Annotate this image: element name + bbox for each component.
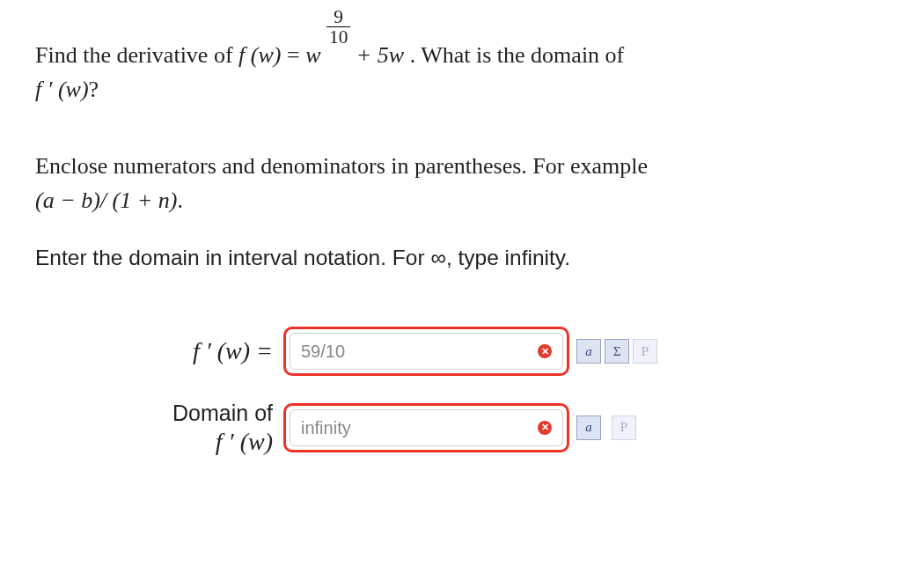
domain-value: infinity [301,415,351,441]
clear-icon[interactable]: ✕ [538,421,552,435]
q-plus5w: + 5w [356,42,404,68]
exp-numerator: 9 [326,7,350,27]
q-eq: = [287,42,305,68]
q-w: w [305,42,320,68]
page-icon[interactable]: P [633,339,657,364]
instr1-text: Enclose numerators and denominators in p… [35,153,648,179]
preview-icon[interactable]: a [576,339,601,364]
derivative-input-wrap: 59/10 ✕ [283,327,569,376]
derivative-value: 59/10 [301,338,345,364]
preview-icon[interactable]: a [576,416,601,440]
exp-denominator: 10 [326,27,350,47]
derivative-helpers: a Σ P [576,339,657,364]
q-text-2: . What is the domain of [410,42,625,68]
instruction-interval: Enter the domain in interval notation. F… [35,242,915,275]
domain-label-top: Domain of [172,401,273,425]
domain-input[interactable]: infinity ✕ [290,409,563,446]
domain-label-math: f ′ (w) [216,428,273,455]
question-text: Find the derivative of f (w) = w 9 10 + … [35,7,915,107]
domain-label: Domain of f ′ (w) [114,399,283,455]
page-icon[interactable]: P [612,416,636,440]
domain-helpers: a P [576,416,636,440]
q-qmark: ? [89,77,99,102]
q-func: f (w) [238,42,281,68]
derivative-label: f ′ (w) = [114,333,283,370]
instr1-period: . [177,188,183,213]
instruction-parentheses: Enclose numerators and denominators in p… [35,149,915,217]
clear-icon[interactable]: ✕ [538,344,552,358]
sigma-icon[interactable]: Σ [605,339,629,364]
instr1-formula: (a − b)/ (1 + n) [35,188,177,213]
q-fprime: f ′ (w) [35,77,89,102]
q-text-1: Find the derivative of [35,42,238,68]
q-exponent: 9 10 [326,7,350,51]
domain-input-wrap: infinity ✕ [283,403,569,452]
derivative-input[interactable]: 59/10 ✕ [290,333,563,370]
derivative-row: f ′ (w) = 59/10 ✕ a Σ P [114,327,915,376]
domain-row: Domain of f ′ (w) infinity ✕ a P [114,399,915,455]
